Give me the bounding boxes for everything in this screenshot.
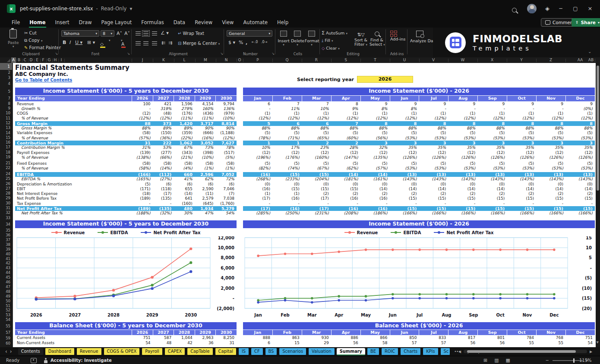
cell[interactable]: 2,590	[195, 187, 216, 191]
sort-filter-button[interactable]: ⇅▽ Sort &Filter ▾	[354, 30, 368, 47]
row-header[interactable]: 53	[6, 313, 10, 317]
cell[interactable]: 88%	[565, 126, 595, 131]
cell[interactable]: (6)	[153, 182, 174, 187]
cell[interactable]: -	[565, 201, 595, 206]
cell[interactable]: 30%	[174, 211, 195, 216]
row-label[interactable]: Tax Expense	[15, 201, 132, 206]
column-period-header[interactable]: Aug	[448, 96, 477, 101]
page-break-view-icon[interactable]: ▦	[506, 358, 510, 363]
column-header[interactable]: T	[374, 57, 376, 63]
cell[interactable]: (143%)	[419, 177, 448, 182]
presence-icon[interactable]: ◈	[542, 4, 553, 13]
page-layout-view-icon[interactable]: ▥	[494, 358, 499, 363]
cell[interactable]: (12)	[272, 151, 302, 155]
cell[interactable]: (16)	[331, 206, 360, 211]
column-header[interactable]: R	[315, 57, 318, 63]
row-header[interactable]: 51	[6, 304, 10, 308]
cell[interactable]: 9%	[331, 107, 360, 111]
decrease-font-icon[interactable]: A˅	[124, 31, 130, 36]
align-right-icon[interactable]	[152, 41, 157, 45]
cell[interactable]: 8	[565, 121, 595, 126]
decrease-decimal-icon[interactable]: .0→	[261, 40, 267, 44]
monthly-income-chart[interactable]: 15105-(5)(10)(15)(20)JanFebMarAprMayJunJ…	[243, 236, 595, 319]
cell[interactable]: 31%	[132, 145, 153, 150]
cell[interactable]: 3	[536, 141, 565, 145]
cell[interactable]: (0)	[272, 182, 302, 187]
column-header[interactable]: Z	[549, 57, 552, 63]
cell[interactable]: -	[132, 107, 153, 111]
row-label[interactable]: Payroll Expenses	[15, 151, 132, 155]
column-header[interactable]: K	[162, 57, 165, 63]
cell[interactable]: (112)	[153, 172, 174, 177]
cell[interactable]: 3	[565, 141, 595, 145]
cell[interactable]: (12%)	[565, 116, 595, 121]
cell[interactable]: (12%)	[390, 116, 419, 121]
cell[interactable]: (196%)	[243, 155, 272, 160]
cell[interactable]: 72%	[215, 177, 237, 182]
cell[interactable]: -	[419, 107, 448, 111]
cell[interactable]: (1)	[448, 111, 477, 116]
format-painter-button[interactable]: ✎ Format Painter	[24, 45, 61, 50]
cell[interactable]: 15	[272, 341, 302, 346]
column-header[interactable]: L	[183, 57, 185, 63]
cell[interactable]: (53%)	[565, 166, 595, 171]
cell[interactable]: (13)	[390, 172, 419, 177]
avatar[interactable]	[527, 4, 537, 13]
row-label[interactable]: EBITDA %	[15, 177, 132, 182]
sheet-tab-kpis[interactable]: KPIs	[423, 348, 438, 355]
cell[interactable]: 88%	[419, 126, 448, 131]
align-center-icon[interactable]	[143, 41, 148, 45]
cell[interactable]: (12)	[132, 111, 153, 116]
cell[interactable]: (14)	[331, 172, 360, 177]
cell[interactable]: 35%	[390, 145, 419, 150]
cell[interactable]: 850	[390, 336, 419, 341]
cell[interactable]: 8	[419, 121, 448, 126]
row-header[interactable]: 44	[6, 270, 10, 275]
cell[interactable]: (12)	[419, 151, 448, 155]
cell[interactable]: (189)	[132, 206, 153, 211]
menu-item-help[interactable]: Help	[272, 18, 293, 27]
cell[interactable]: 32%	[360, 145, 390, 150]
column-period-header[interactable]: Dec	[565, 96, 595, 101]
row-header[interactable]: 16	[6, 140, 10, 145]
row-header[interactable]: 43	[6, 266, 10, 270]
cell[interactable]: (53%)	[448, 166, 477, 171]
cell[interactable]: (14)	[565, 187, 595, 191]
cell[interactable]: (58)	[153, 161, 174, 166]
column-header[interactable]: F	[42, 57, 44, 63]
row-label[interactable]: % of Revenue	[15, 116, 132, 121]
cell[interactable]: (1)	[536, 111, 565, 116]
cell[interactable]: (58%)	[132, 166, 153, 171]
row-header[interactable]: 38	[6, 242, 10, 247]
cell[interactable]: (58)	[132, 161, 153, 166]
cell[interactable]: 833	[419, 336, 448, 341]
cell[interactable]: (285%)	[243, 211, 272, 216]
cell[interactable]: (12)	[302, 151, 331, 155]
row-header[interactable]: 3	[8, 75, 10, 80]
cell[interactable]: 54%	[215, 211, 237, 216]
cell[interactable]: (32%)	[153, 211, 174, 216]
cell[interactable]: 73%	[195, 145, 216, 150]
cell[interactable]: (5)	[302, 131, 331, 135]
cell[interactable]: (359)	[174, 131, 195, 135]
cell[interactable]: (5)	[302, 161, 331, 166]
cell[interactable]: 6	[243, 102, 272, 107]
cell[interactable]: (5)	[507, 161, 536, 166]
cell[interactable]: (268%)	[243, 177, 272, 182]
cell[interactable]: (12%)	[215, 136, 237, 141]
cell[interactable]: 88%	[272, 126, 302, 131]
cell[interactable]: (126%)	[565, 155, 595, 160]
cell[interactable]: 1,062	[174, 141, 195, 145]
cell[interactable]: (17)	[243, 206, 272, 211]
cell[interactable]: (176%)	[272, 155, 302, 160]
column-period-header[interactable]: Jun	[390, 96, 419, 101]
sheet-tab-sc[interactable]: Sc	[440, 348, 450, 355]
row-header[interactable]: 24	[6, 172, 10, 176]
cell[interactable]: (2)	[507, 191, 536, 196]
cell[interactable]: 88%	[132, 126, 153, 131]
cell[interactable]: 7,046	[215, 187, 237, 191]
minimize-button[interactable]: ─	[555, 4, 566, 13]
cell[interactable]: (2)	[565, 191, 595, 196]
cell[interactable]: (13)	[477, 172, 507, 177]
column-header[interactable]: M	[204, 57, 207, 63]
